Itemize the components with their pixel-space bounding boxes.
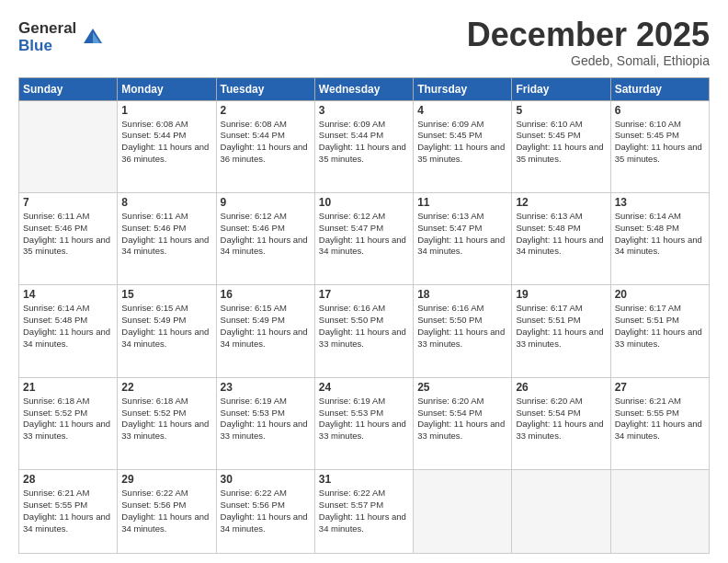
calendar-cell: 24Sunrise: 6:19 AMSunset: 5:53 PMDayligh… [314, 377, 413, 469]
calendar-cell: 28Sunrise: 6:21 AMSunset: 5:55 PMDayligh… [19, 470, 118, 554]
day-number: 19 [516, 288, 606, 301]
calendar-cell: 29Sunrise: 6:22 AMSunset: 5:56 PMDayligh… [118, 470, 216, 554]
day-info: Sunrise: 6:10 AMSunset: 5:45 PMDaylight:… [516, 119, 606, 166]
calendar-week-1: 1Sunrise: 6:08 AMSunset: 5:44 PMDaylight… [19, 100, 710, 192]
day-number: 24 [319, 381, 409, 394]
weekday-header-saturday: Saturday [610, 77, 709, 100]
calendar-cell: 27Sunrise: 6:21 AMSunset: 5:55 PMDayligh… [610, 377, 709, 469]
day-info: Sunrise: 6:17 AMSunset: 5:51 PMDaylight:… [516, 303, 606, 350]
day-number: 26 [516, 381, 606, 394]
day-info: Sunrise: 6:21 AMSunset: 5:55 PMDaylight:… [615, 396, 705, 442]
logo-blue-text: Blue [18, 38, 76, 55]
calendar-week-4: 21Sunrise: 6:18 AMSunset: 5:52 PMDayligh… [19, 377, 710, 469]
calendar-cell: 25Sunrise: 6:20 AMSunset: 5:54 PMDayligh… [414, 377, 512, 469]
calendar-cell: 16Sunrise: 6:15 AMSunset: 5:49 PMDayligh… [216, 285, 314, 377]
day-number: 15 [121, 288, 211, 301]
day-info: Sunrise: 6:11 AMSunset: 5:46 PMDaylight:… [23, 211, 113, 258]
day-number: 1 [121, 104, 211, 117]
day-number: 4 [417, 104, 507, 117]
day-number: 16 [221, 288, 311, 301]
day-info: Sunrise: 6:09 AMSunset: 5:45 PMDaylight:… [417, 119, 507, 166]
day-number: 28 [23, 473, 113, 486]
calendar-cell: 11Sunrise: 6:13 AMSunset: 5:47 PMDayligh… [414, 192, 512, 284]
day-info: Sunrise: 6:21 AMSunset: 5:55 PMDaylight:… [23, 488, 113, 534]
day-info: Sunrise: 6:08 AMSunset: 5:44 PMDaylight:… [121, 119, 211, 166]
day-info: Sunrise: 6:18 AMSunset: 5:52 PMDaylight:… [121, 396, 211, 442]
weekday-header-friday: Friday [512, 77, 610, 100]
day-info: Sunrise: 6:09 AMSunset: 5:44 PMDaylight:… [319, 119, 409, 166]
calendar-cell: 23Sunrise: 6:19 AMSunset: 5:53 PMDayligh… [216, 377, 314, 469]
calendar-cell: 14Sunrise: 6:14 AMSunset: 5:48 PMDayligh… [19, 285, 118, 377]
day-number: 29 [121, 473, 211, 486]
calendar-cell: 3Sunrise: 6:09 AMSunset: 5:44 PMDaylight… [314, 100, 413, 192]
day-info: Sunrise: 6:22 AMSunset: 5:56 PMDaylight:… [221, 488, 311, 534]
title-area: December 2025 Gedeb, Somali, Ethiopia [467, 17, 710, 68]
header: General Blue December 2025 Gedeb, Somali… [18, 17, 710, 68]
day-number: 14 [23, 288, 113, 301]
day-info: Sunrise: 6:16 AMSunset: 5:50 PMDaylight:… [417, 303, 507, 350]
calendar-cell: 22Sunrise: 6:18 AMSunset: 5:52 PMDayligh… [118, 377, 216, 469]
day-number: 18 [417, 288, 507, 301]
day-number: 21 [23, 381, 113, 394]
day-info: Sunrise: 6:15 AMSunset: 5:49 PMDaylight:… [221, 303, 311, 350]
day-number: 17 [319, 288, 409, 301]
day-number: 2 [221, 104, 311, 117]
day-number: 6 [615, 104, 705, 117]
calendar-week-5: 28Sunrise: 6:21 AMSunset: 5:55 PMDayligh… [19, 470, 710, 554]
day-info: Sunrise: 6:13 AMSunset: 5:48 PMDaylight:… [516, 211, 606, 258]
day-info: Sunrise: 6:12 AMSunset: 5:47 PMDaylight:… [319, 211, 409, 258]
day-info: Sunrise: 6:18 AMSunset: 5:52 PMDaylight:… [23, 396, 113, 442]
location-subtitle: Gedeb, Somali, Ethiopia [467, 53, 710, 68]
calendar-cell [19, 100, 118, 192]
day-info: Sunrise: 6:14 AMSunset: 5:48 PMDaylight:… [615, 211, 705, 258]
day-number: 25 [417, 381, 507, 394]
weekday-header-row: SundayMondayTuesdayWednesdayThursdayFrid… [19, 77, 710, 100]
day-number: 12 [516, 196, 606, 209]
day-number: 13 [615, 196, 705, 209]
day-info: Sunrise: 6:22 AMSunset: 5:57 PMDaylight:… [319, 488, 409, 534]
calendar-cell: 17Sunrise: 6:16 AMSunset: 5:50 PMDayligh… [314, 285, 413, 377]
logo-icon [80, 25, 106, 51]
month-title: December 2025 [467, 17, 710, 53]
calendar-cell: 7Sunrise: 6:11 AMSunset: 5:46 PMDaylight… [19, 192, 118, 284]
day-number: 11 [417, 196, 507, 209]
day-number: 7 [23, 196, 113, 209]
day-info: Sunrise: 6:19 AMSunset: 5:53 PMDaylight:… [221, 396, 311, 442]
calendar-cell: 6Sunrise: 6:10 AMSunset: 5:45 PMDaylight… [610, 100, 709, 192]
calendar-week-2: 7Sunrise: 6:11 AMSunset: 5:46 PMDaylight… [19, 192, 710, 284]
calendar-cell: 26Sunrise: 6:20 AMSunset: 5:54 PMDayligh… [512, 377, 610, 469]
calendar-cell [414, 470, 512, 554]
weekday-header-tuesday: Tuesday [216, 77, 314, 100]
calendar-cell: 4Sunrise: 6:09 AMSunset: 5:45 PMDaylight… [414, 100, 512, 192]
calendar-week-3: 14Sunrise: 6:14 AMSunset: 5:48 PMDayligh… [19, 285, 710, 377]
day-info: Sunrise: 6:20 AMSunset: 5:54 PMDaylight:… [516, 396, 606, 442]
day-info: Sunrise: 6:11 AMSunset: 5:46 PMDaylight:… [121, 211, 211, 258]
day-info: Sunrise: 6:17 AMSunset: 5:51 PMDaylight:… [615, 303, 705, 350]
day-number: 31 [319, 473, 409, 486]
day-number: 22 [121, 381, 211, 394]
calendar-cell: 30Sunrise: 6:22 AMSunset: 5:56 PMDayligh… [216, 470, 314, 554]
weekday-header-thursday: Thursday [414, 77, 512, 100]
day-info: Sunrise: 6:13 AMSunset: 5:47 PMDaylight:… [417, 211, 507, 258]
calendar-cell: 5Sunrise: 6:10 AMSunset: 5:45 PMDaylight… [512, 100, 610, 192]
calendar-cell: 9Sunrise: 6:12 AMSunset: 5:46 PMDaylight… [216, 192, 314, 284]
calendar-table: SundayMondayTuesdayWednesdayThursdayFrid… [18, 77, 710, 554]
day-info: Sunrise: 6:22 AMSunset: 5:56 PMDaylight:… [121, 488, 211, 534]
day-info: Sunrise: 6:10 AMSunset: 5:45 PMDaylight:… [615, 119, 705, 166]
calendar-cell: 18Sunrise: 6:16 AMSunset: 5:50 PMDayligh… [414, 285, 512, 377]
day-info: Sunrise: 6:08 AMSunset: 5:44 PMDaylight:… [221, 119, 311, 166]
calendar-cell: 20Sunrise: 6:17 AMSunset: 5:51 PMDayligh… [610, 285, 709, 377]
calendar-cell: 13Sunrise: 6:14 AMSunset: 5:48 PMDayligh… [610, 192, 709, 284]
logo-general-text: General [18, 20, 76, 38]
day-info: Sunrise: 6:20 AMSunset: 5:54 PMDaylight:… [417, 396, 507, 442]
page: General Blue December 2025 Gedeb, Somali… [0, 0, 728, 563]
calendar-cell: 10Sunrise: 6:12 AMSunset: 5:47 PMDayligh… [314, 192, 413, 284]
day-number: 8 [121, 196, 211, 209]
day-number: 30 [221, 473, 311, 486]
day-number: 9 [221, 196, 311, 209]
calendar-cell: 19Sunrise: 6:17 AMSunset: 5:51 PMDayligh… [512, 285, 610, 377]
calendar-cell: 31Sunrise: 6:22 AMSunset: 5:57 PMDayligh… [314, 470, 413, 554]
day-number: 10 [319, 196, 409, 209]
day-number: 20 [615, 288, 705, 301]
calendar-cell: 8Sunrise: 6:11 AMSunset: 5:46 PMDaylight… [118, 192, 216, 284]
